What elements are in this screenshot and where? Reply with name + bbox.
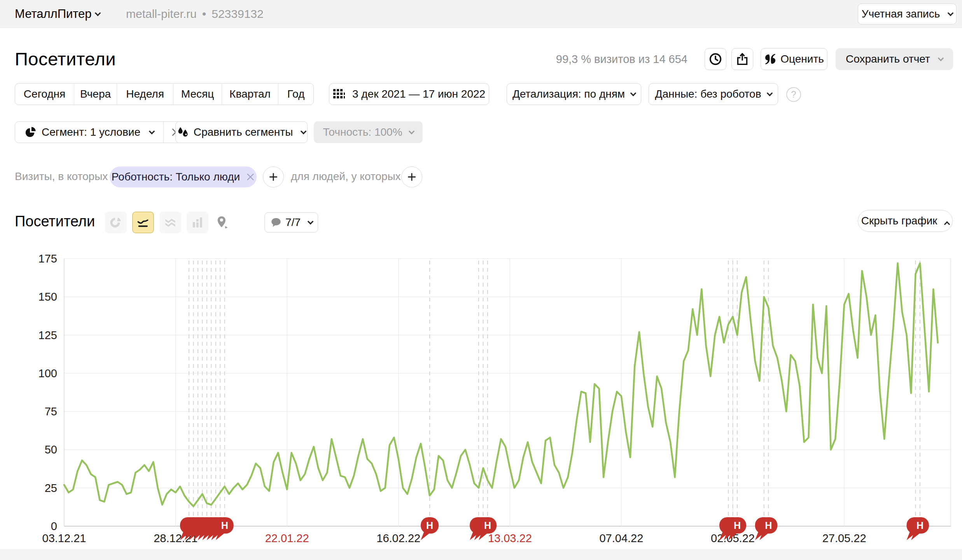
y-axis-label: 50 xyxy=(45,443,57,456)
annotation-marker[interactable]: Н xyxy=(911,517,929,540)
annotation-marker[interactable]: Н xyxy=(216,517,234,540)
visitors-chart: 025507510012515017503.12.2128.12.2122.01… xyxy=(0,0,962,560)
x-axis-label: 07.04.22 xyxy=(599,532,643,544)
metrica-visitors-page: МеталлПитер metall-piter.ru • 52339132 У… xyxy=(0,0,962,560)
bottom-strip xyxy=(0,549,962,560)
annotation-marker-letter: Н xyxy=(765,520,772,531)
annotation-marker-letter: Н xyxy=(221,520,228,531)
y-axis-label: 125 xyxy=(38,329,57,341)
annotation-marker-letter: Н xyxy=(917,520,924,531)
x-axis-label: 27.05.22 xyxy=(822,532,866,544)
annotation-marker[interactable]: Н xyxy=(421,517,439,540)
x-axis-label: 03.12.21 xyxy=(42,532,86,544)
y-axis-label: 150 xyxy=(38,290,57,303)
y-axis-label: 75 xyxy=(45,405,57,418)
y-axis-label: 25 xyxy=(45,482,57,494)
x-axis-label: 13.03.22 xyxy=(488,532,532,544)
visitors-line xyxy=(64,263,938,506)
annotation-marker[interactable]: Н xyxy=(759,517,777,540)
annotation-marker-letter: Н xyxy=(734,520,741,531)
y-axis-label: 100 xyxy=(38,367,57,380)
x-axis-label: 16.02.22 xyxy=(376,532,420,544)
annotation-marker-letter: Н xyxy=(426,520,433,531)
y-axis-label: 175 xyxy=(38,252,57,265)
x-axis-label: 22.01.22 xyxy=(265,532,309,544)
annotation-marker-letter: Н xyxy=(484,520,491,531)
y-axis-label: 0 xyxy=(51,520,57,532)
